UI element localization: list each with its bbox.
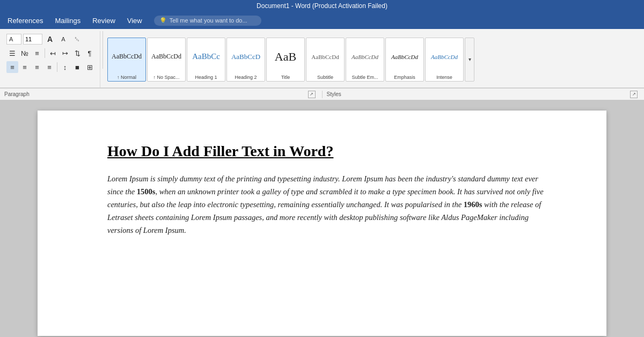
styles-expand-button[interactable]: ↗: [630, 91, 638, 98]
format-buttons: ☰ № ≡ ↤ ↦ ⇅ ¶: [6, 47, 96, 59]
font-size-display: A: [6, 34, 21, 45]
menu-references[interactable]: References: [2, 14, 48, 27]
menu-bar: References Mailings Review View 💡 Tell m…: [0, 12, 644, 29]
search-box[interactable]: 💡 Tell me what you want to do...: [154, 16, 261, 26]
styles-section-label: Styles ↗: [323, 91, 645, 98]
paragraph-label: Paragraph: [4, 91, 30, 97]
decrease-indent-button[interactable]: ↤: [47, 47, 58, 59]
alignment-buttons: ≡ ≡ ≡ ≡ ↕ ■ ⊞: [6, 61, 96, 73]
font-size-input[interactable]: [23, 34, 42, 45]
ribbon-bottom-bar: Paragraph ↗ Styles ↗: [0, 88, 644, 100]
styles-scroll-down[interactable]: ▾: [465, 38, 474, 82]
shrink-font-button[interactable]: A: [57, 33, 69, 45]
year-1500s: 1500s: [137, 187, 156, 196]
font-group: A A A ␓ ☰ № ≡ ↤ ↦ ⇅ ¶ ≡ ≡ ≡ ≡ ↕ ■ ⊞: [2, 31, 100, 87]
font-size-row: A A A ␓: [6, 33, 83, 45]
document-body: Lorem Ipsum is simply dummy text of the …: [107, 173, 553, 237]
style-heading1[interactable]: AaBbCc Heading 1: [187, 38, 225, 82]
styles-label: Styles: [327, 91, 341, 97]
style-heading2[interactable]: AaBbCcD Heading 2: [226, 38, 265, 82]
shading-button[interactable]: ■: [71, 61, 83, 73]
increase-indent-button[interactable]: ↦: [59, 47, 71, 59]
paragraph-section-label: Paragraph ↗: [0, 91, 323, 98]
line-spacing-button[interactable]: ↕: [59, 61, 71, 73]
body-text: Lorem Ipsum is simply dummy text of the …: [107, 174, 544, 235]
borders-button[interactable]: ⊞: [84, 61, 96, 73]
sort-button[interactable]: ⇅: [71, 47, 83, 59]
document-heading: How Do I Add Filler Text in Word?: [107, 143, 553, 160]
search-placeholder: Tell me what you want to do...: [170, 17, 247, 24]
align-left-button[interactable]: ≡: [6, 61, 18, 73]
ribbon-divider-1: [103, 31, 103, 69]
ribbon: A A A ␓ ☰ № ≡ ↤ ↦ ⇅ ¶ ≡ ≡ ≡ ≡ ↕ ■ ⊞: [0, 29, 644, 88]
document-page: How Do I Add Filler Text in Word? Lorem …: [38, 111, 606, 336]
style-normal[interactable]: AaBbCcDd ↑ Normal: [107, 38, 146, 82]
menu-review[interactable]: Review: [87, 14, 121, 27]
title-bar: Document1 - Word (Product Activation Fai…: [0, 0, 644, 12]
style-no-spacing[interactable]: AaBbCcDd ↑ No Spac...: [147, 38, 186, 82]
justify-button[interactable]: ≡: [43, 61, 55, 73]
style-title[interactable]: AaB Title: [266, 38, 305, 82]
title-bar-text: Document1 - Word (Product Activation Fai…: [257, 2, 387, 10]
search-icon: 💡: [159, 17, 167, 24]
style-subtle-emphasis[interactable]: AaBbCcDd Subtle Em...: [346, 38, 384, 82]
menu-view[interactable]: View: [122, 14, 148, 27]
clear-format-button[interactable]: ␓: [71, 33, 83, 45]
menu-mailings[interactable]: Mailings: [49, 14, 86, 27]
grow-font-button[interactable]: A: [44, 33, 56, 45]
align-center-button[interactable]: ≡: [19, 61, 31, 73]
style-intense[interactable]: AaBbCcDd Intense: [425, 38, 464, 82]
style-emphasis[interactable]: AaBbCcDd Emphasis: [385, 38, 424, 82]
align-right-button[interactable]: ≡: [31, 61, 43, 73]
numbering-button[interactable]: №: [19, 47, 31, 59]
style-subtitle[interactable]: AaBbCcDd Subtitle: [306, 38, 345, 82]
document-area: How Do I Add Filler Text in Word? Lorem …: [0, 100, 644, 337]
bullets-button[interactable]: ☰: [6, 47, 18, 59]
year-1960s: 1960s: [464, 200, 482, 209]
show-formatting-button[interactable]: ¶: [84, 47, 96, 59]
paragraph-expand-button[interactable]: ↗: [308, 91, 316, 98]
styles-section: AaBbCcDd ↑ Normal AaBbCcDd ↑ No Spac... …: [105, 31, 642, 87]
multilevel-button[interactable]: ≡: [31, 47, 43, 59]
